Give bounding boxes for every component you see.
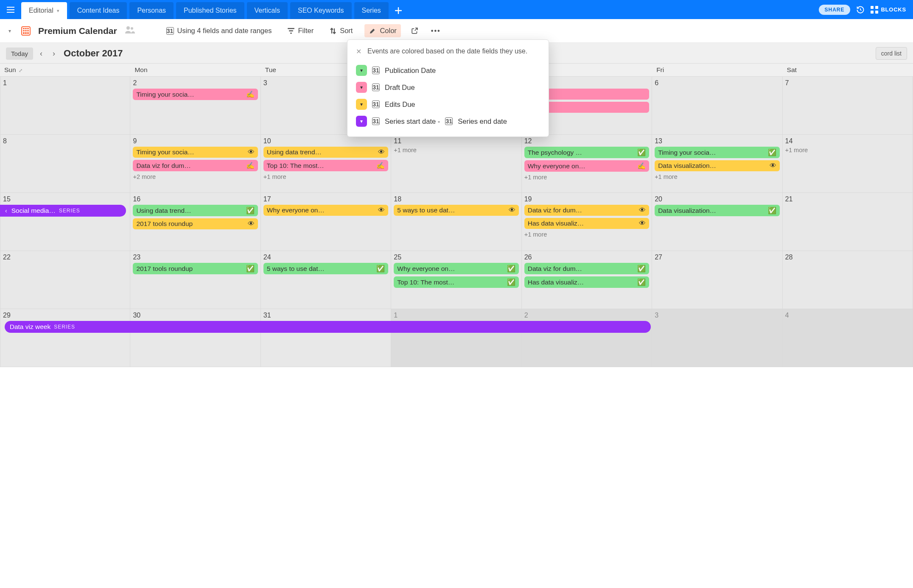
calendar-event[interactable]: Has data visualiz…👁: [524, 218, 649, 229]
calendar-cell[interactable]: 20Data visualization…✅: [652, 193, 782, 251]
calendar-cell[interactable]: 4: [783, 309, 913, 367]
svg-point-4: [126, 26, 130, 30]
fields-control[interactable]: 31 Using 4 fields and date ranges: [162, 24, 276, 37]
expand-icon[interactable]: ⤢: [19, 68, 22, 73]
calendar-event[interactable]: Timing your socia…✍️: [133, 89, 258, 100]
more-events-link[interactable]: +1 more: [785, 147, 910, 153]
calendar-event[interactable]: Has data visualiz…✅: [524, 276, 649, 288]
tab-series[interactable]: Series: [354, 2, 389, 19]
more-events-link[interactable]: +2 more: [133, 173, 258, 180]
calendar-cell[interactable]: 27: [652, 251, 782, 309]
calendar-cell[interactable]: 6: [652, 77, 782, 135]
calendar-cell[interactable]: 7: [783, 77, 913, 135]
calendar-event[interactable]: 2017 tools roundup✅: [133, 263, 258, 274]
tab-personas[interactable]: Personas: [129, 2, 174, 19]
close-icon[interactable]: ✕: [356, 48, 361, 55]
calendar-cell[interactable]: 29: [0, 309, 130, 367]
tab-verticals[interactable]: Verticals: [247, 2, 288, 19]
legend-row[interactable]: ▾31Series start date - 31Series end date: [356, 113, 540, 130]
date-field-icon: 31: [445, 117, 453, 125]
share-button[interactable]: SHARE: [819, 5, 851, 15]
collaborators-icon[interactable]: [125, 26, 135, 36]
calendar-cell[interactable]: 9Timing your socia…👁Data viz for dum…✍️+…: [130, 135, 260, 193]
view-menu-caret[interactable]: ▾: [6, 25, 14, 36]
calendar-cell[interactable]: 245 ways to use dat…✅: [261, 251, 391, 309]
calendar-cell[interactable]: 1: [391, 309, 521, 367]
calendar-event[interactable]: 5 ways to use dat…✅: [263, 263, 388, 274]
legend-row[interactable]: ▾31Publication Date: [356, 62, 540, 79]
add-tab-button[interactable]: [391, 2, 406, 19]
calendar-cell[interactable]: 12The psychology …✅Why everyone on…✍️+1 …: [522, 135, 652, 193]
calendar-cell[interactable]: 17Why everyone on…👁: [261, 193, 391, 251]
calendar-event[interactable]: Timing your socia…👁: [133, 147, 258, 158]
calendar-event[interactable]: Data visualization…👁: [655, 160, 779, 171]
calendar-event[interactable]: 5 ways to use dat…👁: [394, 205, 518, 216]
sort-control[interactable]: Sort: [325, 24, 357, 37]
calendar-cell[interactable]: 16Using data trend…✅2017 tools roundup👁: [130, 193, 260, 251]
today-button[interactable]: Today: [6, 47, 33, 60]
calendar-cell[interactable]: 25Why everyone on…✅Top 10: The most…✅: [391, 251, 521, 309]
calendar-event[interactable]: Top 10: The most…✅: [394, 276, 518, 288]
calendar-cell[interactable]: 2: [522, 309, 652, 367]
tab-editorial[interactable]: Editorial▾: [21, 2, 67, 19]
calendar-event[interactable]: Data viz for dum…✅: [524, 263, 649, 274]
day-number: 18: [394, 195, 518, 203]
series-event[interactable]: ‹Social media…SERIES: [0, 205, 126, 217]
calendar-cell[interactable]: 21: [783, 193, 913, 251]
calendar-cell[interactable]: 185 ways to use dat…👁: [391, 193, 521, 251]
more-events-link[interactable]: +1 more: [524, 231, 649, 238]
calendar-cell[interactable]: 11+1 more: [391, 135, 521, 193]
calendar-event[interactable]: Timing your socia…✅: [655, 147, 779, 158]
calendar-cell[interactable]: 8: [0, 135, 130, 193]
calendar-event[interactable]: Data viz for dum…👁: [524, 205, 649, 216]
series-event[interactable]: Data viz weekSERIES: [5, 321, 651, 333]
more-events-link[interactable]: +1 more: [524, 174, 649, 181]
calendar-cell[interactable]: 3: [652, 309, 782, 367]
calendar-event[interactable]: Using data trend…✅: [133, 205, 258, 216]
event-status-icon: 👁: [639, 220, 646, 227]
more-events-link[interactable]: +1 more: [263, 173, 388, 180]
calendar-event[interactable]: Using data trend…👁: [263, 147, 388, 158]
calendar-event[interactable]: 2017 tools roundup👁: [133, 218, 258, 229]
event-status-icon: ✅: [376, 265, 385, 273]
calendar-cell[interactable]: 22: [0, 251, 130, 309]
calendar-event[interactable]: The psychology …✅: [524, 147, 649, 158]
calendar-cell[interactable]: 10Using data trend…👁Top 10: The most…✍️+…: [261, 135, 391, 193]
open-external-icon[interactable]: [409, 25, 421, 37]
tab-published-stories[interactable]: Published Stories: [176, 2, 244, 19]
record-list-button[interactable]: cord list: [876, 47, 907, 60]
more-events-link[interactable]: +1 more: [394, 147, 518, 153]
calendar-cell[interactable]: 26Data viz for dum…✅Has data visualiz…✅: [522, 251, 652, 309]
calendar-event[interactable]: Top 10: The most…✍️: [263, 160, 388, 171]
tab-seo-keywords[interactable]: SEO Keywords: [290, 2, 351, 19]
history-icon[interactable]: [856, 6, 865, 14]
calendar-cell[interactable]: 14+1 more: [783, 135, 913, 193]
more-options-icon[interactable]: •••: [428, 25, 443, 37]
calendar-cell[interactable]: 28: [783, 251, 913, 309]
blocks-button[interactable]: BLOCKS: [871, 6, 906, 14]
calendar-cell[interactable]: 13Timing your socia…✅Data visualization……: [652, 135, 782, 193]
next-month-icon[interactable]: ›: [49, 47, 59, 60]
prev-month-icon[interactable]: ‹: [36, 47, 46, 60]
calendar-cell[interactable]: 31: [261, 309, 391, 367]
event-status-icon: ✍️: [376, 162, 385, 170]
calendar-cell[interactable]: 2Timing your socia…✍️: [130, 77, 260, 135]
calendar-cell[interactable]: 19Data viz for dum…👁Has data visualiz…👁+…: [522, 193, 652, 251]
calendar-cell[interactable]: 1: [0, 77, 130, 135]
calendar-cell[interactable]: 30: [130, 309, 260, 367]
calendar-event[interactable]: Data visualization…✅: [655, 205, 779, 216]
legend-row[interactable]: ▾31Edits Due: [356, 96, 540, 113]
calendar-event[interactable]: Data viz for dum…✍️: [133, 160, 258, 171]
tab-content-ideas[interactable]: Content Ideas: [70, 2, 127, 19]
menu-icon[interactable]: [3, 0, 19, 19]
legend-row[interactable]: ▾31Draft Due: [356, 79, 540, 96]
filter-control[interactable]: Filter: [283, 24, 318, 37]
calendar-event[interactable]: Why everyone on…✍️: [524, 160, 649, 172]
calendar-cell[interactable]: 15: [0, 193, 130, 251]
calendar-event[interactable]: Why everyone on…👁: [263, 205, 388, 216]
svg-rect-3: [875, 11, 878, 14]
color-control[interactable]: Color: [364, 24, 400, 37]
calendar-event[interactable]: Why everyone on…✅: [394, 263, 518, 274]
more-events-link[interactable]: +1 more: [655, 173, 779, 180]
calendar-cell[interactable]: 232017 tools roundup✅: [130, 251, 260, 309]
